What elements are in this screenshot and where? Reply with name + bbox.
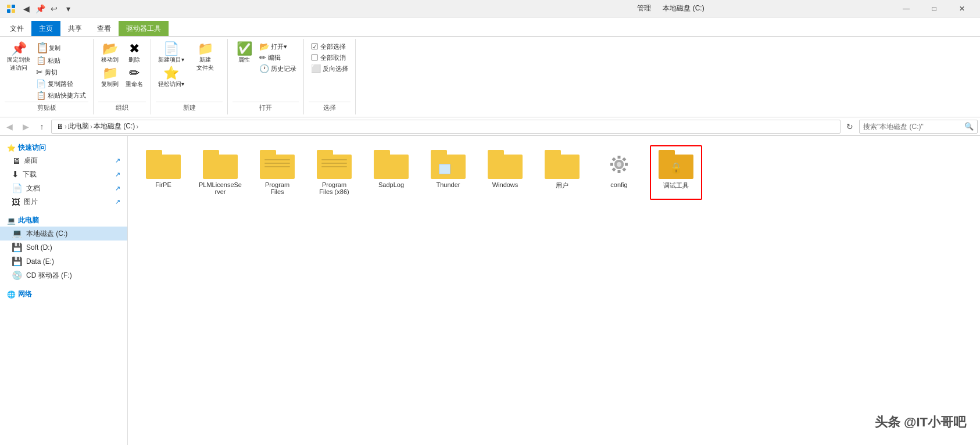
cut-button[interactable]: ✂ 剪切	[34, 67, 88, 77]
new-folder-button[interactable]: 📁 新建 文件夹	[188, 41, 223, 73]
sidebar-item-f-drive[interactable]: 💿 CD 驱动器 (F:)	[0, 268, 127, 282]
open-icon: 📂	[259, 42, 269, 51]
close-button[interactable]: ✕	[949, 0, 975, 17]
address-bar: ◀ ▶ ↑ 🖥 › 此电脑 › 本地磁盘 (C:) › ↻ 🔍	[0, 117, 980, 136]
search-input[interactable]	[863, 123, 962, 131]
open-items: ✅ 属性 📂 打开▾ ✏ 编辑 🕐 历史记录	[233, 41, 299, 101]
sidebar-item-documents[interactable]: 📄 文档 ↗	[0, 181, 127, 195]
d-drive-label: Soft (D:)	[26, 243, 52, 252]
file-item-config[interactable]: config	[593, 145, 645, 200]
this-pc-label: 此电脑	[18, 216, 39, 225]
select-col: ☑ 全部选择 ☐ 全部取消 ⬜ 反向选择	[309, 41, 350, 74]
title-bar: ◀ 📌 ↩ ▾ 管理 本地磁盘 (C:) — □ ✕	[0, 0, 980, 17]
file-item-debug-tools[interactable]: 🔒 调试工具	[650, 145, 702, 200]
sidebar-item-e-drive[interactable]: 💾 Data (E:)	[0, 254, 127, 268]
quick-access-section[interactable]: ⭐ 快速访问	[0, 141, 127, 154]
copy-path-button[interactable]: 📄 复制路径	[34, 78, 88, 89]
open-button[interactable]: 📂 打开▾	[257, 41, 299, 52]
e-drive-icon: 💾	[12, 256, 23, 267]
svg-rect-0	[7, 5, 10, 8]
history-button[interactable]: 🕐 历史记录	[257, 63, 299, 74]
file-item-programfilesx86[interactable]: ProgramFiles (x86)	[308, 145, 360, 200]
title-bar-left: ◀ 📌 ↩ ▾	[5, 2, 449, 15]
tab-home[interactable]: 主页	[31, 21, 60, 36]
title-text: 本地磁盘 (C:)	[663, 4, 704, 12]
ribbon: 文件 主页 共享 查看 驱动器工具 📌 固定到快速访问 📋 复制 📋	[0, 17, 980, 117]
tab-file[interactable]: 文件	[2, 21, 31, 36]
file-item-programfiles[interactable]: ProgramFiles	[251, 145, 303, 200]
qat-undo-btn[interactable]: ↩	[48, 2, 60, 15]
easy-access-button[interactable]: ⭐ 轻松访问▾	[156, 66, 187, 89]
maximize-button[interactable]: □	[921, 0, 947, 17]
this-pc-section[interactable]: 💻 此电脑	[0, 213, 127, 227]
svg-line-11	[623, 168, 625, 171]
sidebar-item-downloads[interactable]: ⬇ 下载 ↗	[0, 167, 127, 181]
network-section[interactable]: 🌐 网络	[0, 287, 127, 300]
ribbon-tab-bar: 文件 主页 共享 查看 驱动器工具	[0, 17, 980, 36]
new-item-button[interactable]: 📄 新建项目▾	[156, 41, 187, 65]
pin-to-quick-access-button[interactable]: 📌 固定到快速访问	[5, 41, 33, 73]
select-none-button[interactable]: ☐ 全部取消	[309, 52, 350, 63]
move-label: 移动到	[101, 56, 119, 64]
pin-label: 固定到快速访问	[7, 56, 30, 72]
desktop-label: 桌面	[24, 156, 38, 166]
edit-button[interactable]: ✏ 编辑	[257, 52, 299, 63]
select-all-button[interactable]: ☑ 全部选择	[309, 41, 350, 52]
paste-shortcut-button[interactable]: 📋 粘贴快捷方式	[34, 90, 88, 101]
network-icon: 🌐	[7, 290, 16, 299]
open-label: 打开	[233, 102, 299, 112]
file-label-programfiles: ProgramFiles	[265, 181, 289, 195]
up-button[interactable]: ↑	[35, 120, 49, 134]
qat-back-btn[interactable]: ◀	[20, 2, 33, 15]
back-button[interactable]: ◀	[2, 120, 16, 134]
select-label: 选择	[309, 102, 350, 112]
address-path[interactable]: 🖥 › 此电脑 › 本地磁盘 (C:) ›	[51, 120, 840, 134]
copy-button[interactable]: 📋 复制	[34, 41, 88, 54]
minimize-button[interactable]: —	[893, 0, 920, 17]
tab-view[interactable]: 查看	[90, 21, 119, 36]
file-label-config: config	[610, 181, 627, 188]
file-item-users[interactable]: 用户	[536, 145, 588, 200]
sidebar-item-desktop[interactable]: 🖥 桌面 ↗	[0, 154, 127, 167]
invert-select-button[interactable]: ⬜ 反向选择	[309, 63, 350, 74]
forward-button[interactable]: ▶	[19, 120, 33, 134]
svg-rect-1	[12, 5, 15, 8]
sidebar-divider-2	[0, 282, 127, 287]
refresh-button[interactable]: ↻	[843, 120, 857, 134]
file-item-sadplog[interactable]: SadpLog	[365, 145, 417, 200]
folder-icon-programfiles	[260, 150, 295, 179]
properties-button[interactable]: ✅ 属性	[233, 41, 256, 65]
organize-col2: ✖ 删除 ✏ 重命名	[123, 41, 146, 89]
new-item-label: 新建项目▾	[158, 56, 184, 64]
rename-button[interactable]: ✏ 重命名	[123, 66, 146, 89]
new-label: 新建	[156, 102, 223, 112]
file-label-debug-tools: 调试工具	[663, 181, 689, 190]
tab-management-label: 管理	[637, 4, 651, 12]
edit-icon: ✏	[259, 53, 266, 62]
file-item-plmlicense[interactable]: PLMLicenseServer	[194, 145, 246, 200]
copy-to-button[interactable]: 📁 复制到	[98, 66, 121, 89]
new-col: 📄 新建项目▾ ⭐ 轻松访问▾	[156, 41, 187, 89]
search-icon[interactable]: 🔍	[964, 122, 974, 131]
sidebar-item-c-drive[interactable]: 💻 本地磁盘 (C:)	[0, 227, 127, 241]
ribbon-group-select: ☑ 全部选择 ☐ 全部取消 ⬜ 反向选择 选择	[304, 39, 356, 114]
f-drive-label: CD 驱动器 (F:)	[26, 271, 72, 281]
qat-dropdown-btn[interactable]: ▾	[62, 2, 74, 15]
tab-share[interactable]: 共享	[60, 21, 90, 36]
properties-icon: ✅	[237, 42, 252, 55]
tab-management[interactable]: 驱动器工具	[119, 21, 169, 36]
sidebar-item-pictures[interactable]: 🖼 图片 ↗	[0, 195, 127, 209]
pin-icon-downloads: ↗	[115, 171, 120, 178]
file-label-plmlicense: PLMLicenseServer	[199, 181, 242, 195]
file-item-thunder[interactable]: Thunder	[422, 145, 474, 200]
folder-icon-thunder	[431, 150, 466, 179]
qat-pin-btn[interactable]: 📌	[34, 2, 47, 15]
paste-button[interactable]: 📋 粘贴	[34, 55, 88, 66]
file-item-firpe[interactable]: FirPE	[137, 145, 189, 200]
sidebar-item-d-drive[interactable]: 💾 Soft (D:)	[0, 241, 127, 254]
delete-button[interactable]: ✖ 删除	[123, 41, 146, 65]
star-icon: ⭐	[7, 144, 16, 152]
file-item-windows[interactable]: Windows	[479, 145, 531, 200]
svg-point-15	[617, 162, 621, 167]
move-to-button[interactable]: 📂 移动到	[98, 41, 121, 65]
